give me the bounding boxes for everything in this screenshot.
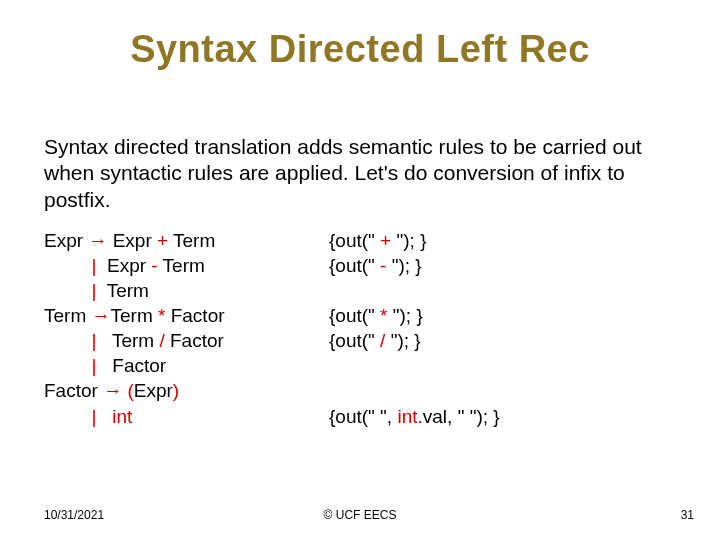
grammar-row: | Term — [44, 278, 684, 303]
intro-paragraph: Syntax directed translation adds semanti… — [44, 134, 664, 213]
slide-title: Syntax Directed Left Rec — [0, 0, 720, 71]
grammar-row: | Expr - Term {out(" - "); } — [44, 253, 684, 278]
footer-copyright: © UCF EECS — [0, 508, 720, 522]
grammar-row: Expr → Expr + Term {out(" + "); } — [44, 228, 684, 253]
grammar-block: Expr → Expr + Term {out(" + "); } | Expr… — [44, 228, 684, 429]
footer-page-number: 31 — [681, 508, 694, 522]
grammar-row: | Term / Factor {out(" / "); } — [44, 328, 684, 353]
grammar-row: | int {out(" ", int.val, " "); } — [44, 404, 684, 429]
grammar-row: Term →Term * Factor {out(" * "); } — [44, 303, 684, 328]
grammar-row: Factor → (Expr) — [44, 378, 684, 403]
grammar-row: | Factor — [44, 353, 684, 378]
